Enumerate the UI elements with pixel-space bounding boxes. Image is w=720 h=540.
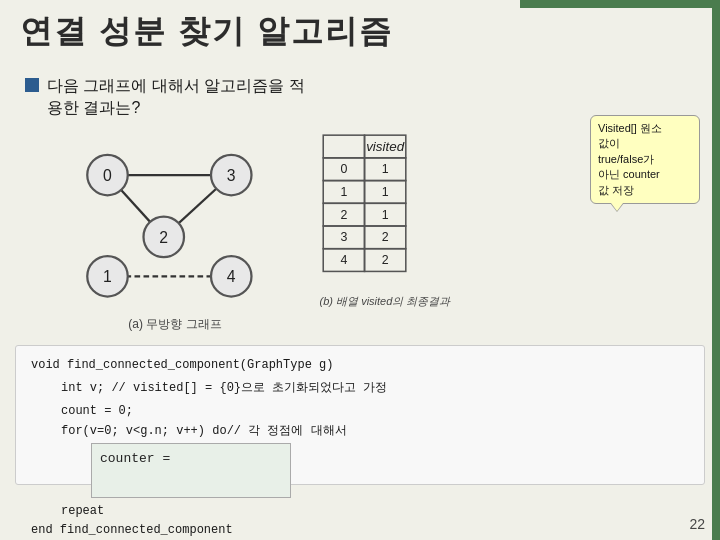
svg-text:1: 1 [382,185,389,199]
code-body-box: counter = [91,443,291,498]
svg-text:1: 1 [382,162,389,176]
title-area: 연결 성분 찾기 알고리즘 [20,10,700,54]
bullet-item: 다음 그래프에 대해서 알고리즘을 적용한 결과는? [25,75,315,120]
svg-text:3: 3 [227,167,236,184]
visited-caption: (b) 배열 visited의 최종결과 [315,294,455,309]
bullet-section: 다음 그래프에 대해서 알고리즘을 적용한 결과는? [25,75,315,120]
code-line3: count = 0; [31,402,689,421]
svg-text:visited: visited [366,139,405,154]
svg-text:2: 2 [340,208,347,222]
code-end: end find_connected_component [31,521,689,540]
svg-text:1: 1 [340,185,347,199]
svg-text:0: 0 [103,167,112,184]
right-bar [712,0,720,540]
counter-label: counter = [100,451,170,466]
svg-text:3: 3 [340,230,347,244]
code-line1: void find_connected_component(GraphType … [31,356,689,375]
slide-title: 연결 성분 찾기 알고리즘 [20,10,700,54]
svg-rect-14 [323,135,364,158]
top-bar [520,0,720,8]
tooltip-visited: Visited[] 원소값이true/false가아닌 counter값 저장 [590,115,700,204]
bullet-label: 다음 그래프에 대해서 알고리즘을 적용한 결과는? [47,75,315,120]
code-line2: int v; // visited[] = {0}으로 초기화되었다고 가정 [31,379,689,398]
code-repeat: repeat [31,502,689,521]
visited-table-section: visited 0 1 1 1 2 1 3 2 [315,130,455,330]
svg-text:0: 0 [340,162,347,176]
svg-text:1: 1 [382,208,389,222]
code-section: void find_connected_component(GraphType … [15,345,705,485]
visited-table-svg: visited 0 1 1 1 2 1 3 2 [315,130,445,290]
graph-caption: (a) 무방향 그래프 [25,316,325,333]
svg-text:4: 4 [227,268,236,285]
svg-text:2: 2 [382,253,389,267]
page-number: 22 [689,516,705,532]
slide-container: 연결 성분 찾기 알고리즘 Visited[] 원소값이true/false가아… [0,0,720,540]
svg-text:4: 4 [340,253,347,267]
svg-text:2: 2 [159,229,168,246]
svg-text:1: 1 [103,268,112,285]
tooltip-visited-text: Visited[] 원소값이true/false가아닌 counter값 저장 [598,122,662,196]
bullet-icon [25,78,39,92]
code-line4: for(v=0; v<g.n; v++) do// 각 정점에 대해서 [31,422,689,441]
svg-text:2: 2 [382,230,389,244]
graph-svg: 0 3 2 1 4 [25,130,325,310]
graph-section: 0 3 2 1 4 (a) 무방향 그래프 [25,130,325,330]
content-area: Visited[] 원소값이true/false가아닌 counter값 저장 … [15,70,705,510]
